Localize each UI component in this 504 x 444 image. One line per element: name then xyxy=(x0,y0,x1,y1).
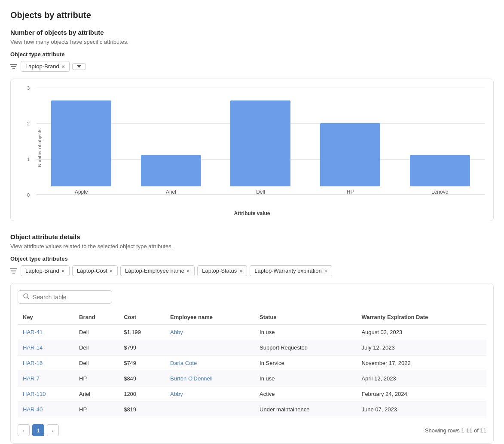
bar-apple xyxy=(51,100,111,186)
search-input[interactable] xyxy=(33,294,107,301)
status-cell: Under maintainence xyxy=(254,402,356,417)
brand-cell: Ariel xyxy=(74,386,119,402)
status-cell: In use xyxy=(254,324,356,340)
bar-label-lenovo: Lenovo xyxy=(431,189,448,195)
pagination: ‹ 1 › Showing rows 1-11 of 11 xyxy=(18,424,486,436)
employee-cell xyxy=(165,340,254,356)
status-cell: In use xyxy=(254,371,356,386)
filter-remove[interactable]: × xyxy=(239,268,242,274)
svg-point-6 xyxy=(24,294,28,298)
details-filter-tags: Laptop-Brand×Laptop-Cost×Laptop-Employee… xyxy=(21,265,332,276)
bars-wrapper: Apple Ariel Dell HP Lenovo xyxy=(37,100,485,208)
employee-link[interactable]: Abby xyxy=(170,329,183,335)
key-link[interactable]: HAR-110 xyxy=(23,391,46,397)
table-row: HAR-14Dell$799Support RequestedJuly 12, … xyxy=(18,340,486,356)
col-header-cost: Cost xyxy=(119,310,165,324)
bar-label-ariel: Ariel xyxy=(166,189,176,195)
bar-label-apple: Apple xyxy=(75,189,88,195)
key-link[interactable]: HAR-40 xyxy=(23,406,43,413)
employee-link[interactable]: Burton O'Donnell xyxy=(170,375,213,382)
col-header-key: Key xyxy=(18,310,74,324)
bar-ariel xyxy=(141,155,201,186)
cost-cell: 1200 xyxy=(119,386,165,402)
details-attribute-label: Object type attributes xyxy=(10,255,494,262)
table-row: HAR-16Dell$749Darla CoteIn ServiceNovemb… xyxy=(18,356,486,371)
filter-remove[interactable]: × xyxy=(324,268,327,274)
col-header-warranty-expiration-date: Warranty Expiration Date xyxy=(356,310,486,324)
details-filter-row: Laptop-Brand×Laptop-Cost×Laptop-Employee… xyxy=(10,265,494,276)
details-filter-tag[interactable]: Laptop-Warranty expiration× xyxy=(250,265,332,276)
bar-group-ariel: Ariel xyxy=(126,100,216,195)
cost-cell: $819 xyxy=(119,402,165,417)
chart-attribute-label: Object type attribute xyxy=(10,51,494,58)
warranty-cell: April 12, 2023 xyxy=(356,371,486,386)
warranty-cell: November 17, 2022 xyxy=(356,356,486,371)
details-filter-tag[interactable]: Laptop-Employee name× xyxy=(120,265,195,276)
table-section: KeyBrandCostEmployee nameStatusWarranty … xyxy=(10,283,494,444)
cost-cell: $849 xyxy=(119,371,165,386)
key-link[interactable]: HAR-16 xyxy=(23,360,43,366)
bar-group-hp: HP xyxy=(305,100,395,195)
pagination-controls: ‹ 1 › xyxy=(18,424,59,436)
details-filter-tag[interactable]: Laptop-Cost× xyxy=(72,265,118,276)
employee-link[interactable]: Abby xyxy=(170,391,183,397)
x-axis-label: Attribute value xyxy=(19,210,485,216)
chart-filter-remove[interactable]: × xyxy=(61,64,65,70)
table-header: KeyBrandCostEmployee nameStatusWarranty … xyxy=(18,310,486,324)
bar-label-dell: Dell xyxy=(256,189,265,195)
key-link[interactable]: HAR-41 xyxy=(23,329,43,335)
search-icon xyxy=(23,293,29,301)
prev-page-button[interactable]: ‹ xyxy=(18,424,30,436)
search-box[interactable] xyxy=(18,290,112,304)
cost-cell: $1,199 xyxy=(119,324,165,340)
chart-container: Number of objects 3 2 1 0 xyxy=(10,79,494,221)
chart-section-title: Number of objects by attribute xyxy=(10,29,494,36)
svg-line-7 xyxy=(27,298,29,299)
chart-section-desc: View how many objects have specific attr… xyxy=(10,39,494,45)
employee-cell xyxy=(165,402,254,417)
chart-filter-dropdown[interactable] xyxy=(72,63,86,70)
table-row: HAR-40HP$819Under maintainenceJune 07, 2… xyxy=(18,402,486,417)
details-filter-icon xyxy=(10,268,17,274)
col-header-brand: Brand xyxy=(74,310,119,324)
status-cell: Active xyxy=(254,386,356,402)
warranty-cell: August 03, 2023 xyxy=(356,324,486,340)
warranty-cell: February 24, 2024 xyxy=(356,386,486,402)
brand-cell: HP xyxy=(74,371,119,386)
data-table: KeyBrandCostEmployee nameStatusWarranty … xyxy=(18,310,486,417)
cost-cell: $799 xyxy=(119,340,165,356)
filter-remove[interactable]: × xyxy=(186,268,190,274)
table-body: HAR-41Dell$1,199AbbyIn useAugust 03, 202… xyxy=(18,324,486,417)
filter-remove[interactable]: × xyxy=(110,268,113,274)
col-header-employee-name: Employee name xyxy=(165,310,254,324)
table-row: HAR-110Ariel1200AbbyActiveFebruary 24, 2… xyxy=(18,386,486,402)
showing-text: Showing rows 1-11 of 11 xyxy=(425,427,486,434)
key-link[interactable]: HAR-14 xyxy=(23,344,43,351)
brand-cell: HP xyxy=(74,402,119,417)
page-1-button[interactable]: 1 xyxy=(32,424,44,436)
chart-filter-row: Laptop-Brand × xyxy=(10,61,494,72)
details-filter-tag[interactable]: Laptop-Status× xyxy=(197,265,247,276)
status-cell: Support Requested xyxy=(254,340,356,356)
bar-dell xyxy=(230,100,290,186)
next-page-button[interactable]: › xyxy=(47,424,59,436)
warranty-cell: June 07, 2023 xyxy=(356,402,486,417)
employee-link[interactable]: Darla Cote xyxy=(170,360,197,366)
details-filter-tag[interactable]: Laptop-Brand× xyxy=(21,265,70,276)
details-section: Object attribute details View attribute … xyxy=(10,233,494,444)
status-cell: In Service xyxy=(254,356,356,371)
bar-hp xyxy=(320,123,380,186)
details-section-title: Object attribute details xyxy=(10,233,494,240)
key-link[interactable]: HAR-7 xyxy=(23,375,40,382)
filter-icon xyxy=(10,64,17,70)
filter-remove[interactable]: × xyxy=(61,268,65,274)
warranty-cell: July 12, 2023 xyxy=(356,340,486,356)
bar-label-hp: HP xyxy=(347,189,354,195)
brand-cell: Dell xyxy=(74,340,119,356)
page-title: Objects by attribute xyxy=(10,10,494,20)
chart-filter-tag[interactable]: Laptop-Brand × xyxy=(21,61,70,72)
bar-group-dell: Dell xyxy=(216,100,305,195)
chart-section: Number of objects by attribute View how … xyxy=(10,29,494,221)
brand-cell: Dell xyxy=(74,356,119,371)
col-header-status: Status xyxy=(254,310,356,324)
